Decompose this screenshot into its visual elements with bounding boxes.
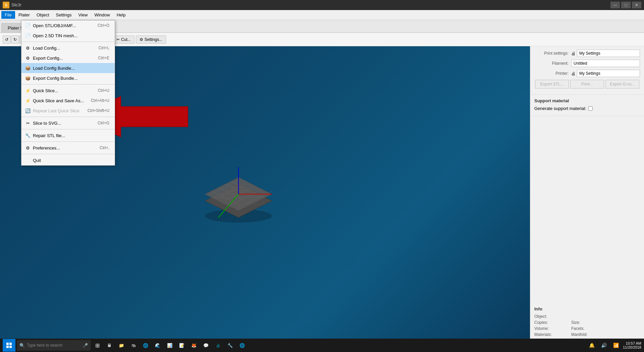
materials-label: Materials: <box>534 332 565 337</box>
copies-row: Copies: <box>534 320 565 325</box>
network-icon[interactable]: 📶 <box>611 340 622 351</box>
rotate-right-btn[interactable]: ↻ <box>11 36 19 44</box>
separator-3 <box>21 117 115 117</box>
menu-repeat-slice: 🔄 Repeat Last Quick Slice Ctrl+Shift+U <box>21 106 115 116</box>
taskbar-left: 🔍 Type here to search 🎤 ⊞ 🖩 📁 🛍 🌐 🌊 📊 📝 … <box>3 339 248 352</box>
excel-icon[interactable]: 📊 <box>164 340 175 351</box>
svg-rect-41 <box>9 343 12 345</box>
menu-repair-stl[interactable]: 🔧 Repair STL file... <box>21 130 115 140</box>
separator-4 <box>21 129 115 129</box>
menu-open-tin[interactable]: 📄 Open 2.5D TIN mesh... <box>21 31 115 41</box>
filament-label: Filament: <box>534 61 571 66</box>
app7-icon[interactable]: 🖨 <box>213 340 223 351</box>
volume-label: Volume: <box>534 326 565 331</box>
panel-spacer <box>530 116 644 303</box>
settings-button[interactable]: ⚙ Settings... <box>136 36 166 44</box>
close-button[interactable]: ✕ <box>632 2 641 8</box>
settings-icon: ⚙ <box>140 37 143 42</box>
time: 10:57 AM <box>623 341 641 345</box>
windows-icon <box>6 343 12 348</box>
notifications-icon[interactable]: 🔔 <box>587 340 597 351</box>
menu-settings[interactable]: Settings <box>53 11 75 19</box>
support-title: Support material <box>534 98 640 103</box>
minimize-button[interactable]: — <box>610 2 620 8</box>
right-panel: Print settings: 🖨 My Settings Filament: … <box>530 46 644 342</box>
materials-row: Materials: <box>534 332 565 337</box>
repair-stl-icon: 🔧 <box>25 132 31 138</box>
generate-support-label: Generate support material: <box>534 106 586 111</box>
cut-button[interactable]: ✂ Cut... <box>113 36 135 44</box>
browser-icon[interactable]: 🌐 <box>140 340 151 351</box>
menu-quick-slice-save[interactable]: ⚡ Quick Slice and Save As... Ctrl+Alt+U <box>21 96 115 106</box>
separator-1 <box>21 42 115 42</box>
menu-load-config[interactable]: ⚙ Load Config... Ctrl+L <box>21 43 115 53</box>
menubar: File Plater Object Settings View Window … <box>0 10 644 20</box>
generate-support-checkbox[interactable] <box>588 106 593 111</box>
taskview-button[interactable]: ⊞ <box>92 340 103 351</box>
manifold-row: Manifold: <box>571 332 601 337</box>
menu-object[interactable]: Object <box>33 11 53 19</box>
print-settings-section: Print settings: 🖨 My Settings Filament: … <box>530 46 644 95</box>
menu-file[interactable]: File <box>1 11 15 19</box>
edge-icon[interactable]: 🌊 <box>152 340 163 351</box>
file-dropdown-menu: 📄 Open STL/OBJ/AMF... Ctrl+O 📄 Open 2.5D… <box>21 20 115 166</box>
3d-model <box>192 161 285 228</box>
date: 11/20/2018 <box>623 345 641 349</box>
volume-row: Volume: <box>534 326 565 331</box>
menu-view[interactable]: View <box>75 11 91 19</box>
preferences-icon: ⚙ <box>25 145 31 151</box>
materials-manifold-row: Materials: Manifold: <box>534 332 640 338</box>
export-stl-button[interactable]: Export STL... <box>535 80 569 89</box>
menu-open-stl[interactable]: 📄 Open STL/OBJ/AMF... Ctrl+O <box>21 20 115 31</box>
search-bar[interactable]: 🔍 Type here to search 🎤 <box>17 340 91 351</box>
app6-icon[interactable]: 💬 <box>201 340 211 351</box>
menu-load-config-bundle[interactable]: 📦 Load Config Bundle... <box>21 63 115 73</box>
maximize-button[interactable]: □ <box>621 2 631 8</box>
facets-row: Facets: <box>571 326 601 331</box>
clock[interactable]: 10:57 AM 11/20/2018 <box>623 341 641 349</box>
export-gcode-button[interactable]: Export G-co... <box>605 80 639 89</box>
menu-window[interactable]: Window <box>91 11 113 19</box>
repeat-slice-icon: 🔄 <box>25 108 31 114</box>
print-button[interactable]: Print... <box>570 80 604 89</box>
store-icon[interactable]: 🛍 <box>128 340 139 351</box>
menu-help[interactable]: Help <box>113 11 129 19</box>
cut-label: Cut... <box>121 37 131 42</box>
menu-quick-slice[interactable]: ⚡ Quick Slice... Ctrl+U <box>21 85 115 96</box>
filemanager-icon[interactable]: 📁 <box>116 340 127 351</box>
size-row: Size: <box>571 320 601 325</box>
size-label: Size: <box>571 320 601 325</box>
calculator-icon[interactable]: 🖩 <box>104 340 115 351</box>
export-config-icon: ⚙ <box>25 55 31 61</box>
app-title: Slic3r <box>11 3 21 7</box>
menu-preferences[interactable]: ⚙ Preferences... Ctrl+, <box>21 143 115 153</box>
printer-icon: 🖨 <box>571 71 576 76</box>
quit-icon <box>25 157 31 163</box>
printer-settings-icon: 🖨 <box>571 51 576 56</box>
printer-value: My Settings <box>577 70 640 77</box>
svg-rect-42 <box>6 346 9 348</box>
generate-support-row: Generate support material: <box>534 106 640 111</box>
object-info-label: Object: <box>534 314 565 319</box>
menu-export-config-bundle[interactable]: 📦 Export Config Bundle... <box>21 73 115 83</box>
app8-icon[interactable]: 🔧 <box>225 340 235 351</box>
app9-icon[interactable]: 🌐 <box>237 340 248 351</box>
titlebar: S Slic3r — □ ✕ <box>0 0 644 10</box>
manifold-label: Manifold: <box>571 332 601 337</box>
filament-row: Filament: Untitled <box>534 60 640 67</box>
printer-label: Printer: <box>534 71 571 76</box>
menu-slice-svg[interactable]: ✂ Slice to SVG... Ctrl+G <box>21 118 115 128</box>
svg-rect-43 <box>9 346 12 348</box>
menu-plater[interactable]: Plater <box>15 11 33 19</box>
load-config-icon: ⚙ <box>25 45 31 51</box>
start-button[interactable] <box>3 339 15 352</box>
word-icon[interactable]: 📝 <box>176 340 187 351</box>
panel-actions: Export STL... Print... Export G-co... <box>534 80 640 89</box>
app5-icon[interactable]: 🦊 <box>189 340 199 351</box>
titlebar-left: S Slic3r <box>3 2 21 8</box>
menu-quit[interactable]: Quit <box>21 155 115 165</box>
rotate-left-btn[interactable]: ↺ <box>3 36 11 44</box>
print-settings-label: Print settings: <box>534 51 571 56</box>
volume-icon[interactable]: 🔊 <box>599 340 609 351</box>
menu-export-config[interactable]: ⚙ Export Config... Ctrl+E <box>21 53 115 63</box>
